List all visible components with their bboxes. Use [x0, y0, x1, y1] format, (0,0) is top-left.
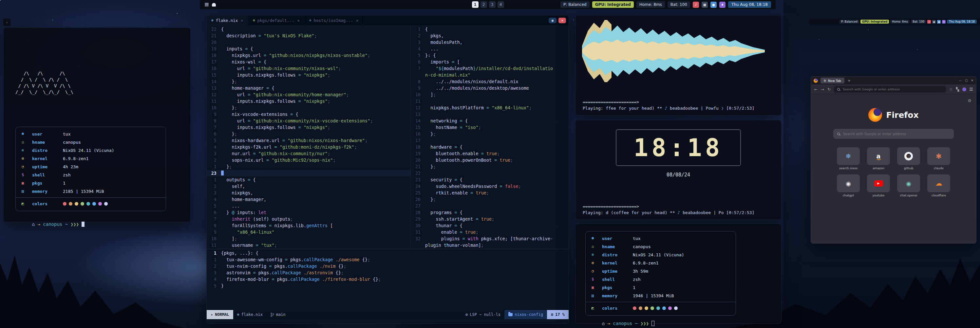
status-badge[interactable]: Home: 8ms — [636, 1, 665, 8]
clock-window[interactable]: 18:18 08/08/24 =====================> Pl… — [575, 120, 781, 220]
gear-icon[interactable]: ⚙ — [967, 98, 972, 103]
media-icon[interactable]: ♪ — [927, 20, 931, 24]
clock-widget[interactable]: Thu Aug 08, 18:18 — [728, 1, 771, 8]
network-icon[interactable]: ● — [937, 20, 941, 24]
reload-icon[interactable]: ↻ — [827, 87, 830, 92]
tab-close-icon[interactable]: × — [356, 18, 359, 23]
firefox-window[interactable]: New Tab + — ▢ ✕ ← → ↻ ☆ ▚ ⚙ — [811, 76, 977, 244]
fetch-terminal-window-2[interactable]: ☻usertux⌂hnamecanopus❄distroNixOS 24.11 … — [575, 223, 781, 324]
code-line: 16 url = "github:nix-community/nixos-wsl… — [207, 65, 410, 72]
fetch-value: 1 — [633, 284, 730, 291]
code-line: 10 ]; — [207, 235, 410, 242]
code-line: 26 }; — [411, 196, 569, 203]
code-text: enable = true; — [425, 229, 479, 235]
shortcut-tile[interactable]: ❄search.nixos — [835, 147, 861, 170]
code-line: 7 inherit (self) outputs; — [207, 216, 410, 222]
status-badge[interactable]: GPU: Integrated — [861, 20, 889, 24]
file-segment: ❄ flake.nix — [233, 310, 267, 319]
newtab-search-bar[interactable] — [833, 129, 954, 139]
line-number: 21 — [411, 163, 425, 170]
editor-tab[interactable]: ❄pkgs/default...× — [248, 15, 305, 25]
network-icon[interactable]: ● — [710, 2, 717, 8]
shortcut-tile[interactable]: ✱claude — [926, 147, 951, 170]
account-avatar[interactable] — [963, 87, 966, 91]
clock-widget[interactable]: Thu Aug 08, 18:18 — [947, 20, 977, 24]
shortcut-tile[interactable]: ☁cloudflare — [926, 174, 951, 197]
tab-close-icon[interactable]: × — [297, 18, 300, 23]
shortcut-tile[interactable]: ☻github — [896, 147, 921, 170]
buffer-indicator[interactable]: ◉ — [549, 18, 557, 23]
ascii-art: /\ /\ /\ / \ / \ /\ / \ / /\ V /\ V V /\… — [15, 70, 178, 95]
status-badge[interactable]: Home: 6ms — [890, 20, 910, 24]
close-button[interactable]: ✕ — [971, 79, 974, 82]
code-line: 6 } @ inputs: let — [207, 209, 410, 216]
fetch-terminal-window[interactable]: /\ /\ /\ / \ / \ /\ / \ / /\ V /\ V V /\… — [3, 27, 191, 222]
neovim-window[interactable]: ❄flake.nix×❄pkgs/default...×❄hosts/isoIm… — [206, 15, 569, 324]
lsp-segment: ⚙ LSP ~ null-ls — [461, 310, 504, 319]
editor-tab[interactable]: ❄flake.nix× — [207, 15, 248, 25]
bluetooth-icon[interactable]: ♦ — [942, 20, 946, 24]
shortcut-tile[interactable]: aamazon — [866, 147, 891, 170]
tray-toggle[interactable]: ‹ — [3, 19, 11, 26]
editor-tab[interactable]: ❄hosts/isoImag...× — [305, 15, 364, 25]
bluetooth-icon[interactable]: ♦ — [719, 2, 725, 8]
workspace-button[interactable]: 3 — [489, 1, 496, 8]
status-badge[interactable]: P: Balanced — [840, 20, 859, 24]
code-text — [221, 170, 224, 176]
media-icon[interactable]: ♪ — [693, 2, 699, 8]
fetch-value: 1946 | 15394 MiB — [633, 292, 730, 299]
editor-pane-flake[interactable]: 22{21 description = "tux's NixOS Flake";… — [207, 25, 410, 249]
code-line: 1 outputs = { — [207, 176, 410, 183]
extensions-icon[interactable]: ▚ — [956, 87, 959, 92]
layout-icon[interactable]: ▦ — [932, 20, 936, 24]
bookmark-star-icon[interactable]: ☆ — [949, 87, 953, 92]
tile-icon-box: ☁ — [927, 174, 950, 192]
line-number: 28 — [411, 209, 425, 216]
workspace-button[interactable]: 2 — [480, 1, 487, 8]
close-icon[interactable]: ✕ — [558, 18, 566, 23]
code-line: 4 nixpkgs-f2k.url = "github:moni-dz/nixp… — [207, 144, 410, 150]
url-input[interactable] — [842, 87, 943, 91]
code-line: 4 home-manager, — [207, 196, 410, 203]
menu-icon[interactable] — [969, 88, 973, 91]
line-number: 27 — [411, 203, 425, 209]
status-badge[interactable]: Bat: 100 — [911, 20, 926, 24]
back-icon[interactable]: ← — [814, 87, 818, 92]
fetch-value: 3h 59m — [633, 268, 730, 275]
code-line: 6 }; — [207, 131, 410, 137]
line-number: 6 — [411, 59, 425, 65]
code-line: 21 }; — [411, 163, 569, 170]
forward-icon[interactable]: → — [821, 87, 824, 92]
tile-icon-box: ◉ — [897, 174, 920, 192]
shortcut-tile[interactable]: ◉chat.openai — [896, 174, 921, 197]
url-bar[interactable] — [834, 86, 946, 93]
code-line: 22{ — [207, 26, 410, 32]
tab-close-icon[interactable]: × — [241, 18, 243, 23]
workspace-button[interactable]: 4 — [498, 1, 504, 8]
visualizer-window[interactable]: =====================> Playing: ffee for… — [575, 15, 781, 116]
editor-pane-pkgs[interactable]: 1{pkgs, ...}: {1 tux-awesome-wm-config =… — [207, 249, 569, 310]
code-line: 14 networking = { — [411, 117, 569, 124]
tile-label: youtube — [872, 194, 885, 197]
status-badge[interactable]: GPU: Integrated — [592, 1, 634, 8]
status-badge[interactable]: Bat: 100 — [668, 1, 690, 8]
menu-icon[interactable] — [205, 3, 208, 6]
new-tab-button[interactable]: + — [848, 79, 851, 83]
editor-pane-iso[interactable]: 1{2 pkgs,3 modulesPath,4 ...5}: {6 impor… — [411, 25, 569, 249]
firefox-view-icon[interactable] — [814, 79, 818, 83]
workspace-button[interactable]: 1 — [472, 1, 479, 8]
maximize-button[interactable]: ▢ — [965, 79, 968, 82]
code-text: } @ inputs: let — [221, 209, 266, 216]
minimize-button[interactable]: — — [959, 79, 962, 82]
kernel-icon: ⚙ — [592, 260, 602, 266]
palette-dot — [63, 202, 67, 206]
browser-tab[interactable]: New Tab — [821, 78, 845, 84]
layout-icon[interactable]: ▦ — [702, 2, 708, 8]
line-number — [411, 72, 425, 78]
status-badge[interactable]: P: Balanced — [560, 1, 590, 8]
shortcut-tile[interactable]: ◉chatgpt — [835, 174, 861, 197]
shortcut-tile[interactable]: ▶youtube — [866, 174, 891, 197]
search-input[interactable] — [842, 132, 950, 136]
fetch-value: NixOS 24.11 (Vicuna) — [633, 251, 730, 258]
palette-dot — [651, 306, 654, 310]
